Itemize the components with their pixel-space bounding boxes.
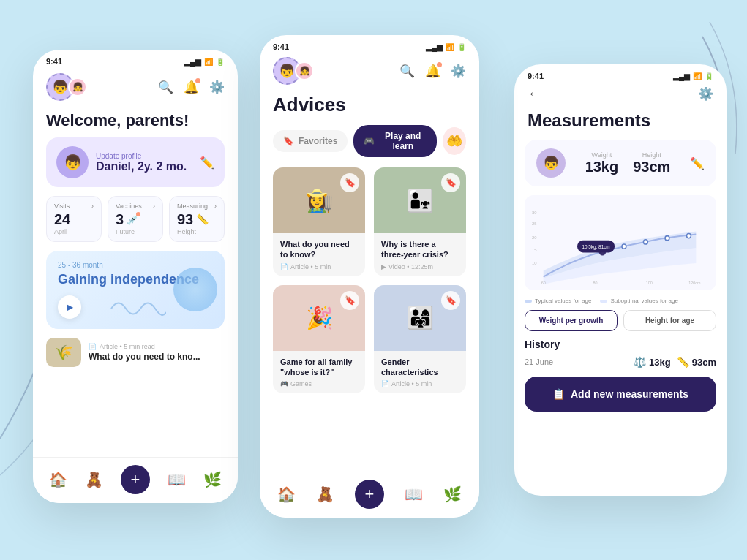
secondary-avatar-2: 👧	[295, 61, 314, 80]
article-card-4[interactable]: 👨‍👩‍👧 🔖 Gender characteristics 📄 Article…	[374, 285, 466, 394]
chevron-right-icon: ›	[91, 203, 94, 210]
play-tab-icon: 🎮	[364, 136, 375, 146]
weight-avatar: 👦	[536, 148, 566, 178]
chart-container: 30 25 20 15 10 10.5kg, 81cm 60 80	[525, 195, 716, 290]
nav-plant[interactable]: 🌿	[203, 471, 222, 488]
stat-visits-label: Visits ›	[54, 203, 94, 210]
bookmark-3[interactable]: 🔖	[340, 291, 359, 310]
settings-button[interactable]: ⚙️	[209, 80, 225, 95]
article-card-title-4: Gender characteristics	[381, 357, 459, 378]
article-card-title-2: Why is there a three-year crisis?	[381, 239, 459, 260]
bottom-nav-2: 🏠 🧸 + 📖 🌿	[260, 472, 479, 518]
bookmark-2[interactable]: 🔖	[441, 173, 460, 192]
status-bar-3: 9:41 ▂▄▆ 📶 🔋	[514, 64, 727, 83]
battery-icon-3: 🔋	[705, 72, 713, 80]
article-body-2: Why is there a three-year crisis? ▶ Vide…	[374, 233, 466, 276]
article-img-1: 👩‍🌾 🔖	[273, 167, 365, 233]
settings-button-2[interactable]: ⚙️	[451, 64, 466, 79]
nav-add[interactable]: +	[121, 465, 150, 494]
wifi-icon-2: 📶	[446, 43, 454, 51]
phone3-header: ← ⚙️	[514, 83, 727, 107]
growth-chart: 30 25 20 15 10 10.5kg, 81cm 60 80	[530, 203, 710, 286]
nav-toys-2[interactable]: 🧸	[316, 485, 334, 503]
signal-icon: ▂▄▆	[184, 58, 201, 66]
nav-plant-2[interactable]: 🌿	[443, 485, 462, 503]
svg-text:30: 30	[532, 210, 537, 214]
phone2-header: 👦 👧 🔍 🔔 ⚙️	[260, 54, 479, 91]
article-emoji-4: 👨‍👩‍👧	[407, 305, 434, 330]
stat-vaccines[interactable]: Vaccines › 3 💉 Future	[108, 196, 163, 242]
history-section: History 21 June ⚖️ 13kg 📏 93cm	[514, 338, 727, 368]
play-button[interactable]: ▶	[58, 295, 81, 319]
notification-button[interactable]: 🔔	[184, 80, 199, 95]
header-icons: 🔍 🔔 ⚙️	[158, 80, 225, 95]
chart-legend: Typical values for age Suboptimal values…	[525, 298, 716, 304]
stat-vaccines-value: 3	[116, 211, 124, 228]
nav-toys[interactable]: 🧸	[85, 471, 103, 488]
article-preview[interactable]: 🌾 📄 Article • 5 min read What do you nee…	[33, 338, 238, 367]
bookmark-4[interactable]: 🔖	[441, 291, 460, 310]
tabs-row: 🔖 Favorites 🎮 Play and learn 🤲	[260, 125, 479, 167]
profile-label: Update profile	[96, 152, 187, 160]
svg-text:80: 80	[593, 281, 598, 285]
article-card-meta-3: 🎮 Games	[280, 380, 358, 387]
height-label: Height	[633, 151, 670, 159]
measuring-icon: 📏	[196, 213, 209, 225]
stat-vaccines-label: Vaccines ›	[116, 203, 155, 210]
tab-favorites[interactable]: 🔖 Favorites	[273, 130, 348, 152]
secondary-avatar: 👧	[68, 77, 87, 97]
search-button[interactable]: 🔍	[158, 80, 173, 95]
svg-text:120cm: 120cm	[688, 281, 701, 285]
history-row: 21 June ⚖️ 13kg 📏 93cm	[525, 356, 716, 368]
svg-point-6	[622, 244, 626, 249]
edit-measurements-icon[interactable]: ✏️	[690, 156, 705, 170]
article-icon: 📄	[89, 343, 97, 350]
tab-height-age[interactable]: Height for age	[623, 310, 716, 331]
nav-home-2[interactable]: 🏠	[277, 485, 296, 503]
chevron-right-icon-3: ›	[214, 203, 217, 210]
article-card-2[interactable]: 👨‍👧 🔖 Why is there a three-year crisis? …	[374, 167, 466, 276]
bookmark-1[interactable]: 🔖	[340, 173, 359, 192]
nav-add-2[interactable]: +	[355, 480, 384, 509]
signal-icon-3: ▂▄▆	[673, 72, 690, 80]
nav-book[interactable]: 📖	[168, 471, 186, 488]
status-time-3: 9:41	[528, 72, 544, 80]
stat-measuring[interactable]: Measuring › 93 📏 Height	[169, 196, 225, 242]
advices-title: Advices	[260, 91, 479, 125]
weight-card: 👦 Weight 13kg Height 93cm ✏️	[525, 140, 716, 186]
nav-book-2[interactable]: 📖	[405, 485, 423, 503]
article-meta-icon-3: 🎮	[280, 380, 288, 387]
tab-play-learn[interactable]: 🎮 Play and learn	[353, 125, 437, 157]
bottom-nav-1: 🏠 🧸 + 📖 🌿	[33, 457, 238, 503]
stat-visits-sub: April	[54, 228, 94, 235]
back-button[interactable]: ←	[528, 86, 541, 102]
tip-card[interactable]: 25 - 36 month Gaining independence ▶	[46, 251, 225, 329]
tip-blob	[173, 268, 217, 311]
notif-dot-2	[437, 62, 442, 67]
status-time-1: 9:41	[46, 57, 62, 66]
edit-icon[interactable]: ✏️	[200, 156, 214, 170]
stat-visits[interactable]: Visits › 24 April	[46, 196, 102, 242]
search-button-2[interactable]: 🔍	[399, 64, 415, 79]
article-card-1[interactable]: 👩‍🌾 🔖 What do you need to know? 📄 Articl…	[273, 167, 365, 276]
settings-button-3[interactable]: ⚙️	[698, 86, 713, 102]
tab-weight-growth[interactable]: Weight per growth	[525, 310, 618, 331]
article-meta-icon-2: ▶	[381, 263, 386, 270]
height-value: 93cm	[633, 159, 670, 175]
battery-icon: 🔋	[216, 58, 225, 66]
svg-text:10.5kg, 81cm: 10.5kg, 81cm	[582, 244, 610, 250]
article-card-3[interactable]: 🎉 🔖 Game for all family "whose is it?" 🎮…	[273, 285, 365, 394]
article-card-title-1: What do you need to know?	[280, 239, 358, 260]
status-time-2: 9:41	[273, 42, 289, 51]
nav-home[interactable]: 🏠	[49, 471, 67, 488]
avatar-group-2[interactable]: 👦 👧	[273, 57, 314, 85]
article-card-meta-1: 📄 Article • 5 min	[280, 263, 358, 270]
add-measurements-button[interactable]: 📋 Add new measurements	[525, 377, 716, 412]
tab-hands[interactable]: 🤲	[443, 127, 466, 155]
article-img-3: 🎉 🔖	[273, 285, 365, 351]
notification-button-2[interactable]: 🔔	[425, 64, 440, 79]
profile-card[interactable]: 👦 Update profile Daniel, 2y. 2 mo. ✏️	[46, 137, 225, 187]
stat-measuring-sub: Height	[177, 228, 217, 235]
stat-visits-value: 24	[54, 211, 94, 228]
avatar-group[interactable]: 👦 👧	[46, 73, 87, 101]
